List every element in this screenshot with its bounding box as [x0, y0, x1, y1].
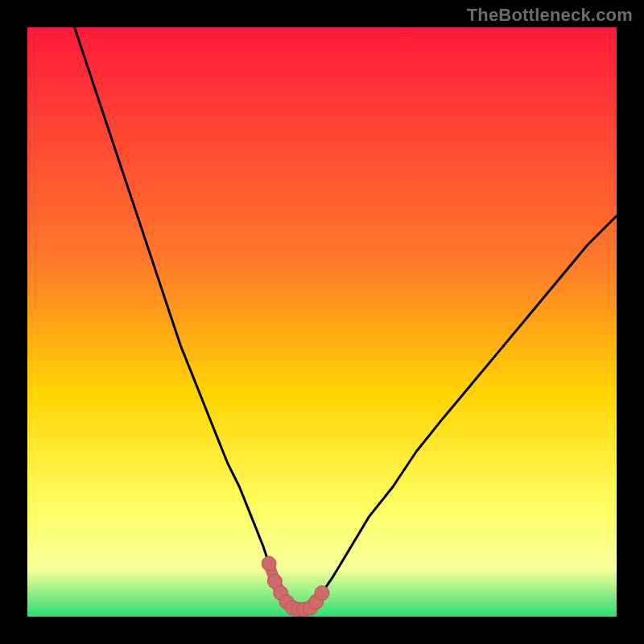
- chart-svg: [27, 27, 617, 617]
- chart-frame: TheBottleneck.com: [0, 0, 644, 644]
- plot-area: [27, 27, 617, 617]
- valley-marker: [262, 556, 276, 571]
- watermark-text: TheBottleneck.com: [467, 5, 633, 26]
- valley-marker: [315, 586, 329, 601]
- gradient-background: [27, 27, 617, 617]
